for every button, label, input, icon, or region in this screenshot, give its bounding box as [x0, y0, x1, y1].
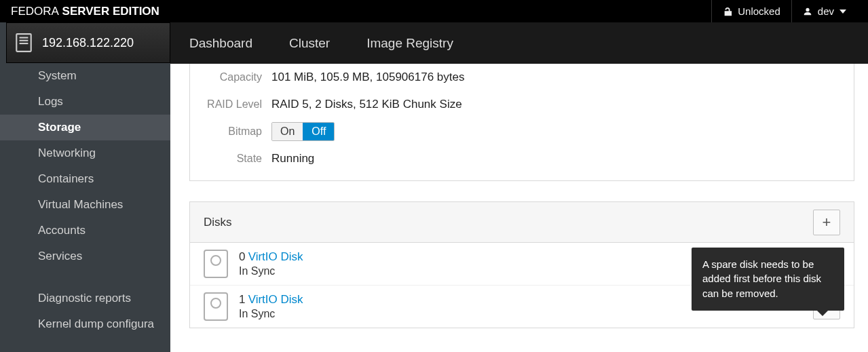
server-icon [14, 31, 34, 54]
add-disk-button[interactable]: + [813, 210, 840, 235]
brand-name: FEDORA [11, 5, 59, 18]
sidebar-item-kernel-dump[interactable]: Kernel dump configura [0, 311, 170, 337]
disks-panel: Disks + A spare disk needs to be added f… [189, 201, 854, 328]
lock-label: Unlocked [738, 5, 780, 17]
capacity-label: Capacity [204, 71, 271, 83]
user-icon [803, 7, 812, 16]
sidebar-item-accounts[interactable]: Accounts [0, 218, 170, 243]
raid-details-panel: Capacity 101 MiB, 105.9 MB, 105906176 by… [189, 64, 854, 181]
sidebar-item-services[interactable]: Services [0, 243, 170, 269]
sidebar-item-virtual-machines[interactable]: Virtual Machines [0, 192, 170, 218]
state-value: Running [271, 152, 314, 165]
disks-title: Disks [204, 216, 232, 229]
disk-icon [204, 250, 228, 278]
bitmap-on-button[interactable]: On [272, 123, 303, 140]
tab-dashboard[interactable]: Dashboard [189, 36, 252, 51]
disk-index: 0 [239, 250, 245, 263]
raid-level-value: RAID 5, 2 Disks, 512 KiB Chunk Size [271, 98, 462, 111]
bitmap-toggle: On Off [271, 122, 335, 141]
sidebar: System Logs Storage Networking Container… [0, 22, 170, 352]
tab-cluster[interactable]: Cluster [289, 36, 330, 51]
capacity-value: 101 MiB, 105.9 MB, 105906176 bytes [271, 71, 464, 84]
sidebar-item-logs[interactable]: Logs [0, 89, 170, 115]
user-menu[interactable]: dev [791, 0, 857, 22]
host-ip: 192.168.122.220 [42, 36, 134, 50]
host-selector[interactable]: 192.168.122.220 [6, 22, 170, 63]
brand: FEDORA SERVER EDITION [11, 5, 159, 18]
disk-index: 1 [239, 293, 245, 306]
top-bar: FEDORA SERVER EDITION Unlocked dev [0, 0, 868, 22]
tab-image-registry[interactable]: Image Registry [366, 36, 453, 51]
sidebar-item-storage[interactable]: Storage [0, 115, 170, 140]
sidebar-item-containers[interactable]: Containers [0, 166, 170, 192]
state-label: State [204, 153, 271, 165]
unlock-icon [723, 7, 732, 16]
user-label: dev [818, 5, 834, 17]
bitmap-off-button[interactable]: Off [303, 123, 334, 140]
bitmap-label: Bitmap [204, 125, 271, 138]
raid-level-label: RAID Level [204, 98, 271, 111]
lock-status[interactable]: Unlocked [711, 0, 791, 22]
main-tabs: Dashboard Cluster Image Registry [170, 22, 868, 64]
chevron-down-icon [839, 9, 846, 14]
disk-link[interactable]: VirtIO Disk [248, 250, 303, 263]
disk-icon [204, 292, 228, 321]
remove-disk-tooltip: A spare disk needs to be added first bef… [692, 248, 844, 311]
brand-edition: SERVER EDITION [62, 5, 159, 18]
sidebar-item-diagnostic-reports[interactable]: Diagnostic reports [0, 286, 170, 311]
content-area: Capacity 101 MiB, 105.9 MB, 105906176 by… [170, 64, 868, 352]
disk-link[interactable]: VirtIO Disk [248, 293, 303, 306]
sidebar-item-system[interactable]: System [0, 63, 170, 89]
sidebar-item-networking[interactable]: Networking [0, 140, 170, 166]
